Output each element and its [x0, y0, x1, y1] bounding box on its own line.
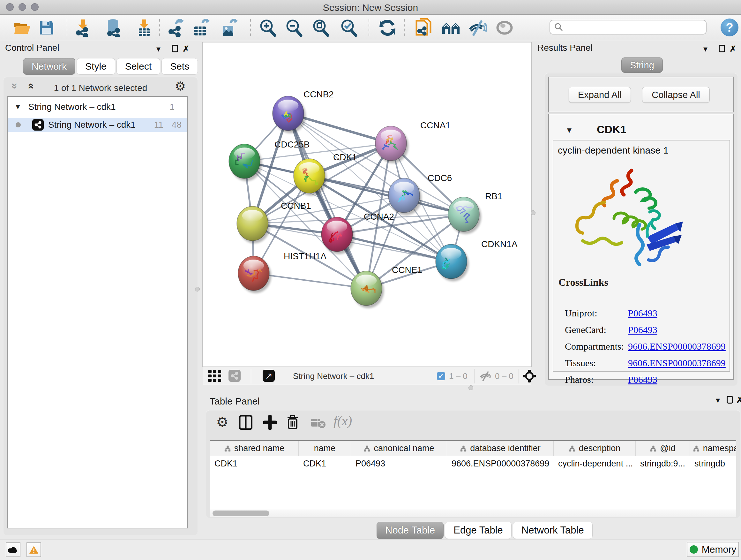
tab-node-table[interactable]: Node Table — [377, 522, 444, 539]
column-header-database-identifier[interactable]: database identifier — [447, 441, 554, 456]
crosslink-link[interactable]: 9606.ENSP00000378699 — [628, 358, 726, 368]
crosslink-link[interactable]: P06493 — [628, 308, 657, 319]
import-network-file-icon[interactable] — [74, 18, 92, 37]
tab-network-table[interactable]: Network Table — [513, 522, 593, 539]
houses-icon[interactable] — [442, 18, 460, 37]
open-session-icon[interactable] — [13, 18, 31, 37]
network-current-dot-icon — [16, 122, 21, 127]
column-header-canonical-name[interactable]: canonical name — [351, 441, 447, 456]
table-row[interactable]: CDK1CDK1P064939606.ENSP00000378699cyclin… — [210, 456, 736, 471]
collapse-all-button[interactable]: Collapse All — [642, 87, 710, 103]
help-button[interactable]: ? — [721, 18, 738, 37]
warning-status-button[interactable] — [26, 543, 41, 557]
crosslink-link[interactable]: 9606.ENSP00000378699 — [628, 341, 726, 352]
search-field[interactable] — [549, 20, 706, 35]
import-network-database-icon[interactable] — [105, 18, 123, 37]
show-eye-icon[interactable] — [495, 18, 514, 37]
vertical-splitter-handle-left[interactable] — [195, 287, 200, 292]
network-edge-count: 48 — [172, 120, 182, 130]
control-panel-title: Control Panel — [5, 43, 59, 53]
expand-all-button[interactable]: Expand All — [569, 87, 631, 103]
node-CCNE1[interactable]: CCNE1 — [351, 265, 422, 308]
zoom-out-icon[interactable] — [285, 18, 303, 37]
table-cell[interactable]: P06493 — [351, 456, 447, 471]
zoom-fit-icon[interactable] — [312, 18, 330, 37]
document-share-icon[interactable] — [414, 18, 433, 37]
string-network-graph[interactable]: CCNB2CCNA1CDC25BCDK1CDC6RB1CCNB1CCNA2CDK… — [203, 43, 531, 367]
network-collection-row[interactable]: ▼ String Network – cdk1 1 — [8, 100, 187, 114]
gene-name: CDK1 — [597, 123, 626, 136]
column-header-label: canonical name — [374, 443, 434, 453]
column-header-namespace[interactable]: namespace — [690, 441, 736, 456]
delete-column-icon[interactable] — [286, 415, 299, 431]
results-panel-close-icon[interactable]: ✗ — [730, 44, 737, 54]
refresh-icon[interactable] — [378, 18, 397, 37]
string-view-icon[interactable] — [228, 370, 241, 382]
tab-network[interactable]: Network — [23, 58, 75, 75]
show-columns-icon[interactable] — [239, 415, 253, 431]
column-header-label: database identifier — [470, 443, 541, 453]
warning-icon — [29, 546, 39, 554]
search-input[interactable] — [566, 22, 706, 32]
control-panel-float-icon[interactable] — [172, 45, 178, 52]
crosslink-link[interactable]: P06493 — [628, 374, 657, 385]
column-header-shared-name[interactable]: shared name — [210, 441, 299, 456]
tab-style[interactable]: Style — [77, 58, 115, 75]
node-table[interactable]: shared namenamecanonical namedatabase id… — [210, 440, 736, 509]
network-view-canvas[interactable]: CCNB2CCNA1CDC25BCDK1CDC6RB1CCNB1CCNA2CDK… — [203, 43, 531, 367]
table-panel-close-icon[interactable]: ✗ — [736, 395, 741, 405]
gene-card: ▼ CDK1 cyclin-dependent kinase 1 — [548, 114, 734, 380]
control-panel-menu-icon[interactable]: ▾ — [156, 44, 160, 54]
column-header-description[interactable]: description — [554, 441, 636, 456]
tab-sets[interactable]: Sets — [161, 58, 198, 75]
open-in-window-icon[interactable]: ↗ — [263, 370, 275, 382]
column-header-label: namespace — [703, 443, 736, 453]
cloud-status-button[interactable] — [6, 543, 20, 557]
import-table-file-icon[interactable] — [135, 18, 153, 37]
table-cell[interactable]: CDK1 — [299, 456, 351, 471]
results-panel-float-icon[interactable] — [719, 45, 725, 52]
gene-collapse-icon[interactable]: ▼ — [565, 126, 573, 135]
table-horizontal-scrollbar[interactable] — [210, 509, 736, 517]
export-network-icon[interactable] — [166, 18, 185, 37]
table-cell[interactable]: CDK1 — [210, 456, 299, 471]
scrollbar-thumb[interactable] — [212, 510, 269, 516]
crosslink-link[interactable]: P06493 — [628, 324, 657, 335]
selected-checkbox-icon[interactable]: ✓ — [437, 372, 445, 380]
birdseye-grid-icon[interactable] — [208, 370, 222, 383]
save-session-icon[interactable] — [37, 18, 56, 37]
table-cell[interactable]: cyclin-dependent ... — [554, 456, 636, 471]
tab-select[interactable]: Select — [117, 58, 160, 75]
node-CDKN1A[interactable]: CDKN1A — [435, 239, 518, 281]
zoom-selected-icon[interactable] — [340, 18, 358, 37]
network-view-toolbar: ↗ String Network – cdk1 ✓ 1 – 0 0 – 0 — [203, 367, 531, 385]
table-panel-float-icon[interactable] — [727, 396, 733, 403]
network-view-title: String Network – cdk1 — [293, 371, 374, 381]
zoom-in-icon[interactable] — [259, 18, 277, 37]
column-header-name[interactable]: name — [299, 441, 351, 456]
table-options-gear-icon[interactable]: ⚙ — [216, 414, 228, 430]
table-cell[interactable]: stringdb:9... — [636, 456, 690, 471]
horizontal-splitter-handle[interactable] — [468, 385, 473, 390]
network-row-selected[interactable]: String Network – cdk1 11 48 — [8, 118, 187, 132]
node-label-CCNE1: CCNE1 — [392, 265, 422, 275]
collection-expand-icon[interactable]: ▼ — [14, 103, 21, 111]
table-panel-menu-icon[interactable]: ▾ — [716, 395, 720, 405]
window-title: Session: New Session — [0, 2, 741, 13]
table-cell[interactable]: 9606.ENSP00000378699 — [447, 456, 554, 471]
table-cell[interactable]: stringdb — [690, 456, 736, 471]
export-table-icon[interactable] — [192, 18, 211, 37]
node-HIST1H1A[interactable]: HIST1H1A — [238, 251, 327, 293]
memory-button[interactable]: Memory — [687, 542, 739, 557]
results-panel-menu-icon[interactable]: ▾ — [703, 44, 708, 54]
tab-string[interactable]: String — [621, 57, 663, 73]
tab-edge-table[interactable]: Edge Table — [445, 522, 512, 539]
hide-selected-eye-icon[interactable] — [468, 18, 487, 37]
add-column-icon[interactable] — [263, 415, 277, 431]
node-RB1[interactable]: RB1 — [448, 191, 502, 234]
node-CCNA1[interactable]: CCNA1 — [375, 120, 451, 163]
control-panel-close-icon[interactable]: ✗ — [183, 44, 190, 54]
export-image-icon[interactable] — [220, 18, 239, 37]
column-header--id[interactable]: @id — [636, 441, 690, 456]
network-options-gear-icon[interactable]: ⚙ — [175, 79, 186, 93]
